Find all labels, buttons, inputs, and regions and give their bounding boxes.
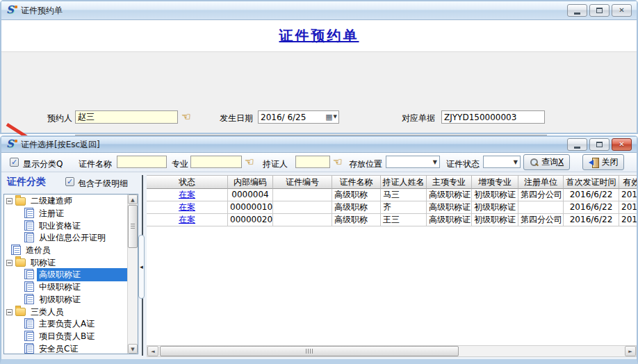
column-header[interactable]: 内部编码 — [228, 176, 273, 189]
hand-picker-icon[interactable]: ☜ — [245, 156, 254, 169]
query-button[interactable]: 查询X — [523, 154, 570, 170]
tree-item[interactable]: 职称证 — [4, 256, 127, 269]
tree-item[interactable]: 安全员C证 — [4, 342, 127, 354]
status-link[interactable]: 在案 — [179, 215, 195, 224]
scroll-right-button[interactable]: ► — [625, 346, 636, 356]
column-header[interactable]: 证件名称 — [332, 176, 381, 189]
tree-item[interactable]: 主要负责人A证 — [4, 318, 127, 331]
column-header[interactable]: 有效时间 — [619, 176, 637, 189]
hand-picker-icon[interactable]: ☜ — [333, 156, 342, 169]
scroll-down-button[interactable]: ▼ — [128, 344, 138, 354]
table-cell — [273, 189, 332, 201]
column-header[interactable]: 主项专业 — [427, 176, 472, 189]
tree-item[interactable]: 造价员 — [4, 245, 127, 257]
status-link[interactable]: 在案 — [179, 202, 195, 212]
scroll-left-button[interactable]: ◄ — [147, 346, 158, 356]
column-header[interactable]: 首次发证时间 — [564, 176, 619, 189]
tree-item-label: 安全员C证 — [37, 342, 80, 354]
table-cell: 00000020 — [228, 214, 273, 226]
maximize-button[interactable] — [589, 138, 610, 151]
column-header[interactable]: 增项专业 — [472, 176, 518, 189]
tree-item[interactable]: 从业信息公开证明 — [4, 232, 127, 245]
reservation-titlebar[interactable]: S 证件预约单 ✕ — [1, 1, 637, 20]
panel-splitter-handle[interactable]: ◂ — [138, 235, 145, 299]
table-cell: 高级职称 — [332, 214, 381, 226]
cert-name-input[interactable] — [117, 156, 167, 168]
column-header[interactable]: 注册单位 — [518, 176, 564, 189]
close-window-button[interactable]: 关闭 — [582, 154, 624, 170]
show-category-checkbox[interactable]: ✓ — [10, 158, 19, 167]
tree-item[interactable]: 注册证 — [4, 208, 127, 220]
tree-item-label: 造价员 — [24, 244, 53, 257]
major-input[interactable] — [190, 156, 242, 168]
calendar-icon: ▦ — [325, 113, 332, 121]
table-cell: 在案 — [147, 189, 228, 201]
minimize-button[interactable] — [567, 138, 587, 151]
scroll-thumb[interactable] — [128, 205, 138, 248]
table-row[interactable]: 在案0000004高级职称马三高级职称证初级职称证第四分公司2016/6/222… — [147, 189, 637, 201]
checkmark-icon: ✓ — [66, 178, 74, 186]
reserver-input[interactable] — [75, 110, 178, 124]
certificate-table-panel: 状态内部编码证件编号证件名称持证人姓名主项专业增项专业注册单位首次发证时间有效时… — [147, 175, 637, 357]
document-icon — [26, 283, 34, 292]
table-cell: 2017/6/22 — [619, 189, 637, 201]
table-cell: 王三 — [381, 214, 427, 226]
date-label: 发生日期 — [220, 113, 253, 124]
table-horizontal-scrollbar[interactable]: ◄ ► — [147, 345, 637, 357]
maximize-icon — [596, 142, 603, 147]
tree-item[interactable]: 项目负责人B证 — [4, 331, 127, 343]
tree-item-label: 主要负责人A证 — [37, 317, 97, 331]
table-row[interactable]: 在案00000020高级职称王三高级职称证初级职称证第四分公司2016/6/22… — [147, 214, 637, 226]
window-controls: ✕ — [567, 138, 632, 151]
column-header[interactable]: 状态 — [147, 176, 228, 189]
tree-item-label: 初级职称证 — [37, 293, 83, 306]
date-dropdown-button[interactable]: ▦ ▼ — [325, 112, 338, 122]
include-children-label: 包含子级明细 — [78, 178, 128, 190]
search-icon — [530, 158, 539, 167]
app-icon: S — [6, 139, 17, 150]
date-field[interactable]: 2016/ 6/25 ▦ ▼ — [258, 110, 339, 124]
minimize-icon — [574, 13, 580, 15]
close-button[interactable]: ✕ — [612, 138, 632, 151]
table-cell: 在案 — [147, 201, 228, 214]
tree-item[interactable]: 初级职称证 — [4, 294, 127, 306]
table-row[interactable]: 在案00000010高级职称齐高级职称证初级职称证2016/6/222017/6… — [147, 201, 637, 214]
document-icon — [26, 233, 34, 242]
column-header[interactable]: 持证人姓名 — [381, 176, 427, 189]
maximize-button[interactable] — [589, 4, 610, 17]
holder-input[interactable] — [295, 156, 330, 168]
table-cell: 高级职称证 — [427, 201, 472, 214]
table-cell: 在案 — [147, 214, 228, 226]
tree-item-label: 二级建造师 — [28, 195, 74, 208]
chevron-down-icon: ▼ — [514, 160, 518, 165]
certificate-select-titlebar[interactable]: S 证件选择[按Esc返回] ✕ — [1, 137, 637, 153]
document-icon — [26, 345, 34, 354]
expander-minus-icon[interactable] — [6, 198, 13, 204]
tree-item[interactable]: 职业资格证 — [4, 220, 127, 232]
include-children-checkbox[interactable]: ✓ — [65, 177, 74, 186]
scroll-up-button[interactable]: ▲ — [128, 195, 138, 204]
tree-item[interactable]: 高级职称证 — [4, 269, 127, 281]
table-cell: 初级职称证 — [472, 201, 518, 214]
document-number-input[interactable] — [441, 110, 545, 124]
hand-picker-icon[interactable]: ☜ — [181, 110, 190, 124]
document-icon — [26, 332, 34, 341]
table-cell: 0000004 — [228, 189, 273, 201]
close-button[interactable]: ✕ — [612, 4, 632, 17]
tree-item[interactable]: 二级建造师 — [4, 195, 127, 208]
category-tree-box: 二级建造师注册证职业资格证从业信息公开证明造价员职称证高级职称证中级职称证初级职… — [3, 194, 138, 354]
expander-minus-icon[interactable] — [6, 309, 13, 315]
table-cell: 2017/6/22 — [619, 201, 637, 214]
location-select[interactable]: ▼ — [386, 156, 440, 168]
expander-minus-icon[interactable] — [6, 260, 13, 266]
scroll-thumb[interactable] — [160, 346, 459, 356]
minimize-icon — [574, 147, 580, 149]
column-header[interactable]: 证件编号 — [273, 176, 332, 189]
minimize-button[interactable] — [567, 4, 587, 17]
tree-item[interactable]: 三类人员 — [4, 306, 127, 318]
tree-item[interactable]: 中级职称证 — [4, 281, 127, 294]
chevron-down-icon: ▼ — [433, 160, 437, 165]
tree-vertical-scrollbar[interactable]: ▲ ▼ — [127, 195, 138, 354]
cert-status-select[interactable]: ▼ — [483, 156, 521, 168]
status-link[interactable]: 在案 — [179, 190, 195, 199]
